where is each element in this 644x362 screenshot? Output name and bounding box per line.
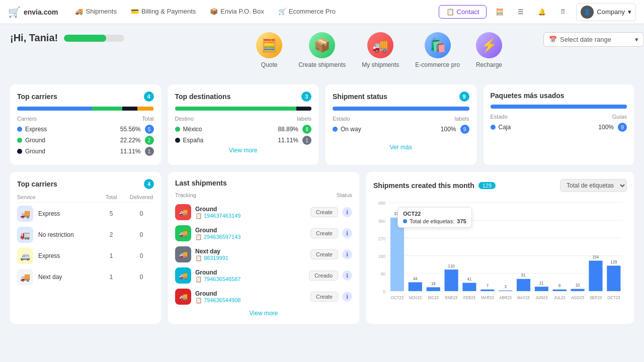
info-icon-3[interactable]: ℹ <box>342 249 352 259</box>
progress-bar <box>64 35 124 42</box>
nextday-icon: 🚚 <box>17 269 33 285</box>
chart-card: Shipments created this month 129 Total d… <box>366 172 634 324</box>
badge: 1 <box>302 136 311 145</box>
logo[interactable]: 🛒 envia.com <box>8 6 58 18</box>
table-icon[interactable]: ☰ <box>513 4 529 20</box>
service-table-header: Service Total Delivered <box>17 194 154 203</box>
list-item: 🚚 Ground 📋794636546587 Creado ℹ <box>175 267 352 284</box>
list-item: 🚚 Next day 📋98319991 Create ℹ <box>175 246 352 262</box>
bar-may23 <box>517 279 530 291</box>
svg-text:NOV22: NOV22 <box>409 295 422 301</box>
list-item: 🚚 Ground 📋194637463149 Create ℹ <box>175 204 352 220</box>
view-more-destinations[interactable]: View more <box>175 147 312 154</box>
chart-tooltip: OCT22 Total de etiquetas: 375 <box>397 207 472 228</box>
bottom-row: Top carriers 4 Service Total Delivered 🚚… <box>10 172 634 324</box>
svg-text:270: 270 <box>378 236 386 241</box>
quick-nav-recharge[interactable]: ⚡ Recharge <box>476 32 502 68</box>
date-picker[interactable]: 📅 Select date range ▾ <box>543 32 644 47</box>
top-destinations-header: Top destinations 3 <box>175 92 312 102</box>
top-destinations-bar <box>175 107 312 111</box>
ground-icon-4: 🚚 <box>175 267 191 284</box>
bar-dic22 <box>427 287 440 291</box>
info-icon-5[interactable]: ℹ <box>342 292 352 302</box>
nav-billing[interactable]: 💳 Billing & Payments <box>126 0 201 24</box>
top-carriers-table-header: Carriers Total <box>17 116 154 122</box>
info-icon-1[interactable]: ℹ <box>342 207 352 217</box>
top-carriers-card: Top carriers 4 Carriers Total Express 55… <box>10 84 161 165</box>
bell-icon[interactable]: 🔔 <box>534 4 550 20</box>
svg-text:0: 0 <box>383 289 385 295</box>
badge: 1 <box>145 147 154 156</box>
create-button-1[interactable]: Create <box>310 207 338 217</box>
create-button-2[interactable]: Create <box>310 228 338 238</box>
paquetes-header: Paquetes más usados <box>491 92 627 100</box>
table-row: On way 100% 9 <box>333 125 469 134</box>
svg-text:FEB23: FEB23 <box>463 295 475 301</box>
quote-icon: 🧮 <box>256 32 282 58</box>
svg-text:AGO23: AGO23 <box>571 295 584 301</box>
last-shipments-header: Last shipments <box>175 179 352 187</box>
badge: 9 <box>460 125 469 134</box>
top-destinations-table-header: Destino labels <box>175 116 312 122</box>
table-row: Caja 100% 9 <box>491 123 627 132</box>
view-more-shipments[interactable]: View more <box>175 310 352 317</box>
svg-text:41: 41 <box>467 277 472 282</box>
create-button-5[interactable]: Create <box>310 292 338 302</box>
svg-text:DIC22: DIC22 <box>428 295 439 301</box>
quick-nav-ecomm[interactable]: 🛍️ E-commerce pro <box>415 32 460 68</box>
shipment-status-badge: 9 <box>459 92 469 102</box>
ecommerce-pro-icon: 🛍️ <box>425 32 451 58</box>
svg-text:21: 21 <box>539 280 544 286</box>
list-item: 🚛 No restriction 2 0 <box>17 227 154 243</box>
badge: 2 <box>145 136 154 145</box>
shipment-table-header: Tracking Status <box>175 192 352 200</box>
copy-icon: 📋 <box>195 234 202 240</box>
badge: 5 <box>145 125 154 134</box>
svg-text:MAR23: MAR23 <box>481 295 494 301</box>
svg-text:3: 3 <box>505 284 507 290</box>
badge: 9 <box>618 123 627 132</box>
nav-pobox[interactable]: 📦 Envia P.O. Box <box>205 0 269 24</box>
greeting-text: ¡Hi, Tania! <box>10 32 58 44</box>
info-icon-2[interactable]: ℹ <box>342 228 352 238</box>
contact-icon: 📋 <box>446 8 454 16</box>
info-icon-4[interactable]: ℹ <box>342 270 352 281</box>
paquetes-table-header: Estado Guías <box>491 114 627 120</box>
grid-icon[interactable]: ⠿ <box>555 4 571 20</box>
ground-icon-2: 🚚 <box>175 225 191 241</box>
recharge-icon: ⚡ <box>476 32 502 58</box>
billing-icon: 💳 <box>131 8 139 15</box>
bar-oct22 <box>390 218 404 291</box>
chart-area: 450 360 270 180 90 0 375 44 19 <box>373 197 627 308</box>
shipment-status-bar <box>333 107 469 111</box>
top-carriers-rows: Express 55.56% 5 Ground 22.22% 2 Ground <box>17 125 154 156</box>
quick-nav-quote[interactable]: 🧮 Quote <box>256 32 282 68</box>
contact-button[interactable]: 📋 Contact <box>439 5 487 19</box>
top-carriers-bottom-header: Top carriers 4 <box>17 179 154 189</box>
quick-nav-create[interactable]: 📦 Create shipments <box>298 32 346 68</box>
bar-feb23 <box>462 283 476 292</box>
express2-icon: 🚐 <box>17 248 33 264</box>
ver-mas-status[interactable]: Ver más <box>333 144 469 151</box>
list-item: 🚚 Express 5 0 <box>17 206 154 222</box>
svg-text:8: 8 <box>558 283 561 289</box>
company-button[interactable]: 👤 Company ▾ <box>576 3 636 21</box>
table-row: México 88.89% 8 <box>175 125 312 134</box>
creado-button-4[interactable]: Creado <box>309 270 338 281</box>
bar-sep23 <box>589 261 602 292</box>
quick-nav-myshipments[interactable]: 🚚 My shipments <box>362 32 399 68</box>
quick-nav: 🧮 Quote 📦 Create shipments 🚚 My shipment… <box>256 32 502 68</box>
svg-text:JUL23: JUL23 <box>554 295 566 301</box>
svg-text:19: 19 <box>431 281 436 286</box>
svg-text:10: 10 <box>576 283 580 288</box>
create-button-3[interactable]: Create <box>310 249 338 259</box>
nav-ecommerce[interactable]: 🛒 Ecommerce Pro <box>273 0 341 24</box>
svg-text:SEP23: SEP23 <box>590 295 602 301</box>
nav-shipments[interactable]: 🚚 Shipments <box>70 0 121 24</box>
chart-dropdown[interactable]: Total de etiquetas <box>560 179 627 192</box>
service-rows: 🚚 Express 5 0 🚛 No restriction 2 0 🚐 Exp… <box>17 206 154 285</box>
calculator-icon[interactable]: 🧮 <box>492 4 508 20</box>
tooltip-dot <box>403 219 407 223</box>
copy-icon: 📋 <box>195 255 202 261</box>
greeting-row: ¡Hi, Tania! <box>10 32 124 44</box>
